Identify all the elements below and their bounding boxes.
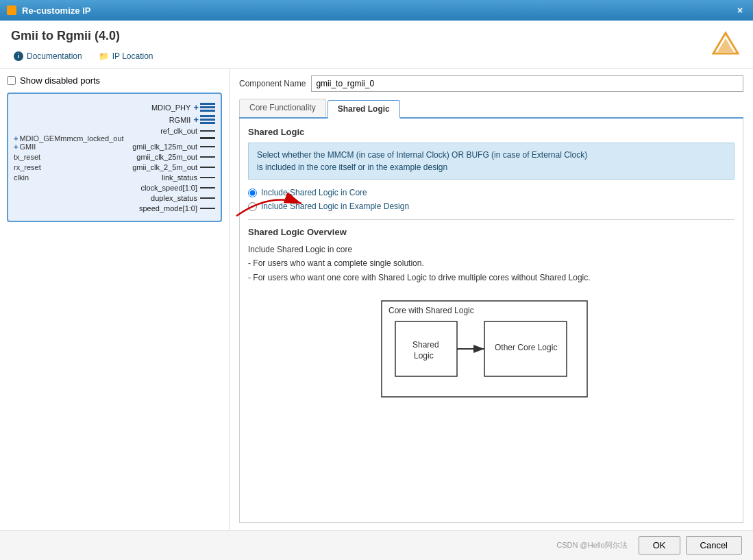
cancel-button[interactable]: Cancel [686,536,742,555]
svg-text:Shared: Shared [412,340,439,350]
svg-marker-1 [717,38,734,52]
svg-text:Logic: Logic [414,351,434,361]
toolbar-row: i Documentation 📁 IP Location [11,50,156,62]
radio-option-example: Include Shared Logic in Example Design [248,202,735,211]
overview-line-2: - For users who want one core with Share… [248,271,735,284]
overview-line-0: Include Shared Logic in core [248,243,735,256]
port-rgmii: RGMII [169,116,191,124]
vivado-logo [712,32,739,59]
radio-example-input[interactable] [248,202,257,211]
port-speed-mode: speed_mode[1:0] [139,204,197,212]
radio-group: Include Shared Logic in Core Include Sha… [248,188,735,211]
port-tx-reset-left: tx_reset [14,153,40,161]
port-mdio-phy: MDIO_PHY [151,104,190,112]
section-divider [248,219,735,220]
plus-mdio: + [193,102,199,112]
doc-label: Documentation [27,51,82,61]
info-text-2: is included in the core itself or in the… [257,162,447,172]
location-label: IP Location [112,51,153,61]
comp-name-label: Component Name [239,79,306,88]
port-link-status: link_status [162,173,197,182]
port-gmii-clk-25m: gmii_clk_25m_out [136,153,197,161]
port-duplex: duplex_status [151,194,197,202]
port-rx-reset-left: rx_reset [14,163,41,171]
shared-logic-diagram: Core with Shared Logic Shared Logic [375,294,608,404]
show-disabled-checkbox[interactable] [7,76,16,85]
shared-logic-title: Shared Logic [248,127,735,137]
tabs-row: Core Functionality Shared Logic [239,99,743,119]
documentation-button[interactable]: i Documentation [11,50,85,62]
component-diagram: MDIO_PHY + RGMII + [7,93,222,222]
port-gmii-clk-25m-b: gmii_clk_2_5m_out [132,163,197,171]
radio-core-input[interactable] [248,188,257,197]
port-gmii-left: GMII [19,143,36,151]
show-disabled-row: Show disabled ports [7,75,222,86]
tab-core[interactable]: Core Functionality [239,99,326,117]
component-name-row: Component Name [239,75,743,92]
info-icon: i [14,51,23,61]
radio-core-label[interactable]: Include Shared Logic in Core [261,188,367,197]
title-bar: Re-customize IP × [0,0,753,21]
radio-option-core: Include Shared Logic in Core [248,188,735,197]
port-gmii-right: gmii_clk_125m_out [132,143,197,151]
show-disabled-label[interactable]: Show disabled ports [20,75,100,86]
shared-logic-info-box: Select whether the MMCM (in case of Inte… [248,143,735,180]
bottom-bar: CSDN @Hello阿尔法 OK Cancel [0,530,753,560]
info-text-1: Select whether the MMCM (in case of Inte… [257,150,587,160]
title-bar-text: Re-customize IP [22,5,90,16]
app-icon [7,5,16,15]
port-ref-clk: ref_clk_out [160,127,197,135]
right-panel: Component Name Core Functionality Shared… [230,69,753,530]
folder-icon: 📁 [99,51,109,61]
svg-text:Other Core Logic: Other Core Logic [495,343,557,352]
tab-shared[interactable]: Shared Logic [328,100,400,119]
app-title: Gmii to Rgmii (4.0) [11,29,156,43]
plus-rgmii: + [193,114,199,125]
component-name-input[interactable] [311,75,743,92]
main-window: Gmii to Rgmii (4.0) i Documentation 📁 IP… [0,21,753,560]
watermark: CSDN @Hello阿尔法 [556,540,627,550]
diagram-outer-label: Core with Shared Logic [388,306,474,315]
port-clkin-left: clkin [14,173,29,182]
overview-line-1: - For users who want a complete single s… [248,256,735,270]
port-clock-speed: clock_speed[1:0] [140,184,197,192]
overview-title: Shared Logic Overview [248,227,735,237]
overview-text: Include Shared Logic in core - For users… [248,243,735,284]
header-area: Gmii to Rgmii (4.0) i Documentation 📁 IP… [0,21,753,69]
port-mdio-gem-left: MDIO_GEMmmcm_locked_out [19,134,123,143]
content-area: Show disabled ports MDIO_PHY + [0,69,753,530]
diagram-area: Core with Shared Logic Shared Logic [248,294,735,404]
ok-button[interactable]: OK [639,536,680,555]
ip-location-button[interactable]: 📁 IP Location [96,50,156,62]
close-button[interactable]: × [734,4,746,16]
tab-content-shared: Shared Logic Select whether the MMCM (in… [239,119,743,523]
left-panel: Show disabled ports MDIO_PHY + [0,69,230,530]
radio-example-label[interactable]: Include Shared Logic in Example Design [261,202,409,211]
